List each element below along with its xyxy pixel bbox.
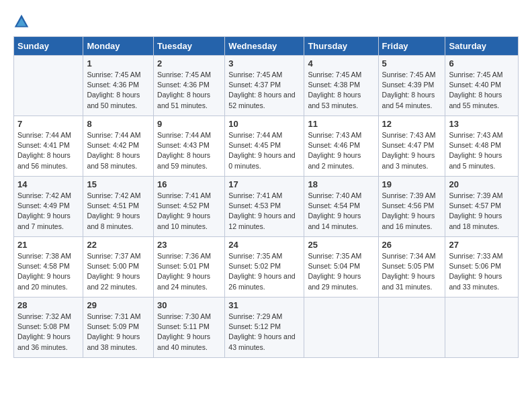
weekday-header-thursday: Thursday xyxy=(304,37,378,56)
day-info: Sunrise: 7:45 AMSunset: 4:39 PMDaylight:… xyxy=(382,70,442,111)
day-number: 31 xyxy=(228,300,300,310)
day-info: Sunrise: 7:32 AMSunset: 5:08 PMDaylight:… xyxy=(17,312,79,353)
day-number: 19 xyxy=(382,179,442,189)
calendar-cell: 24 Sunrise: 7:35 AMSunset: 5:02 PMDaylig… xyxy=(225,237,304,298)
calendar-cell: 2 Sunrise: 7:45 AMSunset: 4:36 PMDayligh… xyxy=(154,56,225,116)
calendar-cell: 18 Sunrise: 7:40 AMSunset: 4:54 PMDaylig… xyxy=(304,177,378,237)
day-info: Sunrise: 7:45 AMSunset: 4:36 PMDaylight:… xyxy=(87,70,150,111)
calendar-cell: 29 Sunrise: 7:31 AMSunset: 5:09 PMDaylig… xyxy=(83,298,154,358)
calendar-cell: 4 Sunrise: 7:45 AMSunset: 4:38 PMDayligh… xyxy=(304,56,378,116)
calendar-cell: 16 Sunrise: 7:41 AMSunset: 4:52 PMDaylig… xyxy=(154,177,225,237)
day-number: 13 xyxy=(449,119,515,129)
calendar-cell: 10 Sunrise: 7:44 AMSunset: 4:45 PMDaylig… xyxy=(225,116,304,177)
day-number: 16 xyxy=(157,179,221,189)
day-number: 9 xyxy=(157,119,221,129)
calendar-cell: 1 Sunrise: 7:45 AMSunset: 4:36 PMDayligh… xyxy=(83,56,154,116)
calendar-cell: 7 Sunrise: 7:44 AMSunset: 4:41 PMDayligh… xyxy=(14,116,83,177)
day-info: Sunrise: 7:43 AMSunset: 4:47 PMDaylight:… xyxy=(382,130,442,171)
calendar-cell: 9 Sunrise: 7:44 AMSunset: 4:43 PMDayligh… xyxy=(154,116,225,177)
day-number: 14 xyxy=(17,179,79,189)
day-info: Sunrise: 7:39 AMSunset: 4:56 PMDaylight:… xyxy=(382,191,442,232)
day-info: Sunrise: 7:40 AMSunset: 4:54 PMDaylight:… xyxy=(308,191,374,232)
day-number: 1 xyxy=(87,58,150,68)
day-info: Sunrise: 7:45 AMSunset: 4:40 PMDaylight:… xyxy=(449,70,515,111)
calendar-cell: 13 Sunrise: 7:43 AMSunset: 4:48 PMDaylig… xyxy=(445,116,519,177)
day-info: Sunrise: 7:45 AMSunset: 4:36 PMDaylight:… xyxy=(157,70,221,111)
day-number: 12 xyxy=(382,119,442,129)
day-info: Sunrise: 7:35 AMSunset: 5:04 PMDaylight:… xyxy=(308,251,374,292)
day-number: 3 xyxy=(228,58,300,68)
day-number: 26 xyxy=(382,240,442,250)
calendar-cell: 27 Sunrise: 7:33 AMSunset: 5:06 PMDaylig… xyxy=(445,237,519,298)
calendar-week-row: 14 Sunrise: 7:42 AMSunset: 4:49 PMDaylig… xyxy=(14,177,519,237)
day-info: Sunrise: 7:31 AMSunset: 5:09 PMDaylight:… xyxy=(87,312,150,353)
calendar-week-row: 1 Sunrise: 7:45 AMSunset: 4:36 PMDayligh… xyxy=(14,56,519,116)
calendar-week-row: 7 Sunrise: 7:44 AMSunset: 4:41 PMDayligh… xyxy=(14,116,519,177)
day-info: Sunrise: 7:38 AMSunset: 4:58 PMDaylight:… xyxy=(17,251,79,292)
calendar-cell: 21 Sunrise: 7:38 AMSunset: 4:58 PMDaylig… xyxy=(14,237,83,298)
day-number: 25 xyxy=(308,240,374,250)
calendar-cell xyxy=(378,298,445,358)
day-number: 15 xyxy=(87,179,150,189)
day-number: 20 xyxy=(449,179,515,189)
day-info: Sunrise: 7:42 AMSunset: 4:51 PMDaylight:… xyxy=(87,191,150,232)
day-number: 29 xyxy=(87,300,150,310)
calendar-cell: 14 Sunrise: 7:42 AMSunset: 4:49 PMDaylig… xyxy=(14,177,83,237)
calendar-body: 1 Sunrise: 7:45 AMSunset: 4:36 PMDayligh… xyxy=(14,56,519,358)
page-header xyxy=(13,13,519,30)
weekday-header-friday: Friday xyxy=(378,37,445,56)
calendar-cell: 25 Sunrise: 7:35 AMSunset: 5:04 PMDaylig… xyxy=(304,237,378,298)
logo xyxy=(13,13,32,30)
day-number: 7 xyxy=(17,119,79,129)
day-info: Sunrise: 7:34 AMSunset: 5:05 PMDaylight:… xyxy=(382,251,442,292)
day-number: 21 xyxy=(17,240,79,250)
day-number: 2 xyxy=(157,58,221,68)
calendar-cell: 6 Sunrise: 7:45 AMSunset: 4:40 PMDayligh… xyxy=(445,56,519,116)
day-info: Sunrise: 7:41 AMSunset: 4:53 PMDaylight:… xyxy=(228,191,300,232)
calendar-cell: 23 Sunrise: 7:36 AMSunset: 5:01 PMDaylig… xyxy=(154,237,225,298)
calendar-week-row: 21 Sunrise: 7:38 AMSunset: 4:58 PMDaylig… xyxy=(14,237,519,298)
calendar-cell: 30 Sunrise: 7:30 AMSunset: 5:11 PMDaylig… xyxy=(154,298,225,358)
day-number: 5 xyxy=(382,58,442,68)
day-number: 30 xyxy=(157,300,221,310)
day-number: 24 xyxy=(228,240,300,250)
day-number: 22 xyxy=(87,240,150,250)
weekday-header-sunday: Sunday xyxy=(14,37,83,56)
day-info: Sunrise: 7:39 AMSunset: 4:57 PMDaylight:… xyxy=(449,191,515,232)
calendar-cell: 28 Sunrise: 7:32 AMSunset: 5:08 PMDaylig… xyxy=(14,298,83,358)
weekday-header-saturday: Saturday xyxy=(445,37,519,56)
calendar-cell: 8 Sunrise: 7:44 AMSunset: 4:42 PMDayligh… xyxy=(83,116,154,177)
day-info: Sunrise: 7:45 AMSunset: 4:37 PMDaylight:… xyxy=(228,70,300,111)
day-info: Sunrise: 7:44 AMSunset: 4:45 PMDaylight:… xyxy=(228,130,300,171)
calendar-cell xyxy=(14,56,83,116)
weekday-header-monday: Monday xyxy=(83,37,154,56)
calendar-cell: 19 Sunrise: 7:39 AMSunset: 4:56 PMDaylig… xyxy=(378,177,445,237)
calendar-cell: 11 Sunrise: 7:43 AMSunset: 4:46 PMDaylig… xyxy=(304,116,378,177)
day-number: 11 xyxy=(308,119,374,129)
day-info: Sunrise: 7:35 AMSunset: 5:02 PMDaylight:… xyxy=(228,251,300,292)
calendar-cell: 20 Sunrise: 7:39 AMSunset: 4:57 PMDaylig… xyxy=(445,177,519,237)
calendar-cell: 5 Sunrise: 7:45 AMSunset: 4:39 PMDayligh… xyxy=(378,56,445,116)
weekday-header-row: SundayMondayTuesdayWednesdayThursdayFrid… xyxy=(14,37,519,56)
weekday-header-wednesday: Wednesday xyxy=(225,37,304,56)
calendar-cell xyxy=(445,298,519,358)
day-number: 17 xyxy=(228,179,300,189)
calendar-cell: 12 Sunrise: 7:43 AMSunset: 4:47 PMDaylig… xyxy=(378,116,445,177)
day-number: 18 xyxy=(308,179,374,189)
day-info: Sunrise: 7:30 AMSunset: 5:11 PMDaylight:… xyxy=(157,312,221,353)
day-info: Sunrise: 7:33 AMSunset: 5:06 PMDaylight:… xyxy=(449,251,515,292)
calendar-cell: 31 Sunrise: 7:29 AMSunset: 5:12 PMDaylig… xyxy=(225,298,304,358)
calendar-header: SundayMondayTuesdayWednesdayThursdayFrid… xyxy=(14,37,519,56)
day-info: Sunrise: 7:42 AMSunset: 4:49 PMDaylight:… xyxy=(17,191,79,232)
calendar-cell xyxy=(304,298,378,358)
weekday-header-tuesday: Tuesday xyxy=(154,37,225,56)
calendar-cell: 3 Sunrise: 7:45 AMSunset: 4:37 PMDayligh… xyxy=(225,56,304,116)
day-info: Sunrise: 7:41 AMSunset: 4:52 PMDaylight:… xyxy=(157,191,221,232)
day-number: 27 xyxy=(449,240,515,250)
day-number: 28 xyxy=(17,300,79,310)
calendar-cell: 22 Sunrise: 7:37 AMSunset: 5:00 PMDaylig… xyxy=(83,237,154,298)
day-info: Sunrise: 7:29 AMSunset: 5:12 PMDaylight:… xyxy=(228,312,300,353)
day-number: 10 xyxy=(228,119,300,129)
day-info: Sunrise: 7:44 AMSunset: 4:43 PMDaylight:… xyxy=(157,130,221,171)
day-info: Sunrise: 7:43 AMSunset: 4:48 PMDaylight:… xyxy=(449,130,515,171)
